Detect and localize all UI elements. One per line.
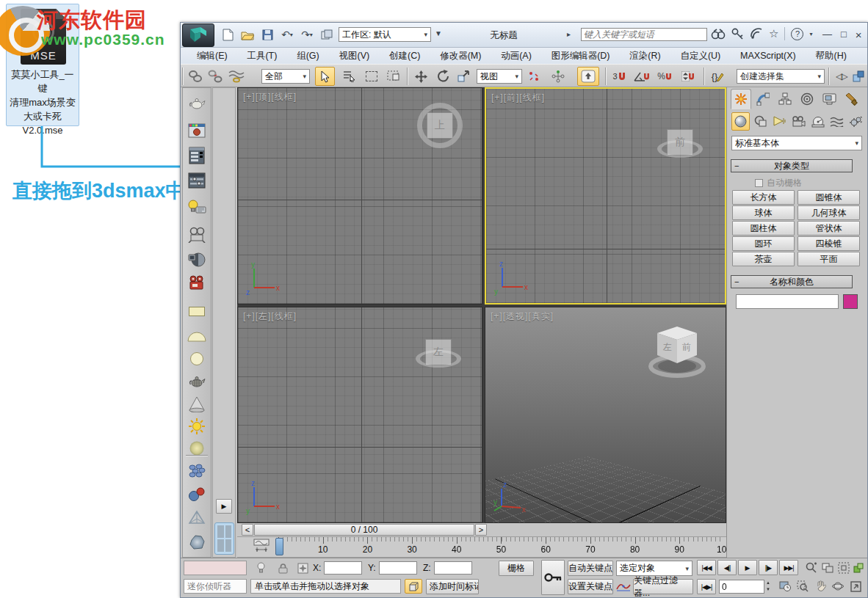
object-type-rollout[interactable]: − 对象类型 xyxy=(731,159,853,172)
open-file-icon[interactable] xyxy=(239,26,256,43)
next-frame-playback-button[interactable]: ||▶ xyxy=(759,560,778,575)
selection-filter-dropdown[interactable]: 全部▾ xyxy=(261,69,310,84)
subcategory-helpers[interactable] xyxy=(809,112,827,131)
go-to-end-button[interactable]: ▶▶| xyxy=(779,560,798,575)
pan-hand-icon[interactable] xyxy=(812,579,828,594)
primitive-geosphere-button[interactable]: 几何球体 xyxy=(798,205,860,220)
previous-frame-playback-button[interactable]: ◀|| xyxy=(717,560,737,575)
rock-icon[interactable] xyxy=(187,532,207,553)
maximize-viewport-toggle-icon[interactable] xyxy=(847,579,864,594)
named-selection-set-dropdown[interactable]: 创建选择集▾ xyxy=(737,69,825,84)
play-button[interactable]: ▶ xyxy=(738,560,757,575)
current-frame-field[interactable] xyxy=(719,580,764,594)
layout-2x2-tab[interactable] xyxy=(214,522,234,555)
workspace-dropdown[interactable]: 工作区: 默认 ▾ xyxy=(339,27,431,42)
film-camera-icon[interactable] xyxy=(187,225,207,245)
menu-group[interactable]: 组(G) xyxy=(297,50,319,62)
render-setup-icon[interactable] xyxy=(187,145,207,166)
menu-maxscript[interactable]: MAXScript(X) xyxy=(740,51,796,61)
object-name-field[interactable] xyxy=(736,294,839,309)
search-binoculars-icon[interactable] xyxy=(711,29,726,40)
menu-help[interactable]: 帮助(H) xyxy=(816,50,847,62)
favorites-star-icon[interactable]: ☆ xyxy=(769,27,778,40)
x-coordinate-field[interactable] xyxy=(324,561,362,575)
plane-light-icon[interactable] xyxy=(187,301,207,321)
percent-snap-icon[interactable]: % xyxy=(655,67,675,86)
subscription-key-icon[interactable] xyxy=(731,28,744,40)
object-color-swatch[interactable] xyxy=(843,294,858,309)
autogrid-checkbox[interactable] xyxy=(755,179,763,187)
menu-create[interactable]: 创建(C) xyxy=(389,50,420,62)
zoom-extents-all-icon[interactable] xyxy=(850,561,867,575)
key-filters-button[interactable]: 关键点过滤器... xyxy=(633,579,693,594)
viewcube-front[interactable]: 前 xyxy=(657,120,703,165)
select-and-rotate-icon[interactable] xyxy=(433,67,453,86)
viewport-front[interactable]: [+][前][线框] 前 z x y xyxy=(485,87,726,305)
macro-recorder-field[interactable] xyxy=(184,561,247,575)
minimize-button[interactable]: — xyxy=(822,29,832,41)
close-button[interactable]: × xyxy=(856,29,862,41)
tab-display[interactable] xyxy=(819,89,839,109)
key-mode-toggle[interactable]: |◀▶| xyxy=(697,579,716,594)
undo-icon[interactable]: ↶▾ xyxy=(278,26,296,43)
zoom-all-icon[interactable] xyxy=(820,561,836,575)
absolute-mode-icon[interactable] xyxy=(294,561,311,575)
tab-utilities[interactable] xyxy=(841,89,861,109)
new-scene-icon[interactable] xyxy=(219,26,236,43)
rectangular-selection-region-icon[interactable] xyxy=(361,67,381,86)
z-coordinate-field[interactable] xyxy=(434,561,472,575)
prompt-bulb-icon[interactable] xyxy=(253,561,269,575)
time-slider-handle[interactable] xyxy=(275,538,283,555)
primitive-plane-button[interactable]: 平面 xyxy=(798,252,860,266)
menu-customize[interactable]: 自定义(U) xyxy=(680,50,720,62)
sphere-light-icon[interactable] xyxy=(187,349,207,369)
project-folder-icon[interactable] xyxy=(318,26,336,43)
select-and-link-icon[interactable] xyxy=(185,67,205,86)
mini-listener-field[interactable]: 迷你侦听器 xyxy=(184,579,247,594)
set-key-button[interactable]: 设置关键点 xyxy=(568,579,613,594)
subcategory-lights[interactable] xyxy=(770,112,789,131)
zoom-icon[interactable] xyxy=(803,561,820,575)
light-lister-icon[interactable] xyxy=(187,197,207,217)
selection-lock-icon[interactable] xyxy=(275,561,291,575)
mirror-icon[interactable]: ◁▷ xyxy=(831,67,851,86)
render-frame-icon[interactable] xyxy=(187,120,207,141)
workspace-menu-caret[interactable]: ▼ xyxy=(435,29,442,37)
select-and-manipulate-icon[interactable] xyxy=(548,67,568,86)
undo-caret[interactable]: ▾ xyxy=(290,32,293,38)
subcategory-cameras[interactable] xyxy=(789,112,808,131)
layout-flyout-button[interactable]: ▶ xyxy=(216,499,232,514)
edit-named-selection-sets-icon[interactable]: {} xyxy=(708,67,728,86)
viewport-left[interactable]: [+][左][线框] 左 z x y xyxy=(237,307,482,523)
viewport-front-label[interactable]: [+][前][线框] xyxy=(491,92,545,104)
keyboard-shortcut-override-button[interactable] xyxy=(577,67,599,86)
viewcube-top[interactable]: 上 xyxy=(417,103,463,148)
menu-edit[interactable]: 编辑(E) xyxy=(197,50,228,62)
tab-hierarchy[interactable] xyxy=(775,89,795,109)
save-icon[interactable] xyxy=(258,26,276,43)
help-icon[interactable]: ? xyxy=(791,28,803,40)
orbit-icon[interactable] xyxy=(830,579,846,594)
y-coordinate-field[interactable] xyxy=(379,561,417,575)
isolate-selection-toggle[interactable] xyxy=(405,579,422,594)
menu-tools[interactable]: 工具(T) xyxy=(247,50,277,62)
menu-views[interactable]: 视图(V) xyxy=(339,50,370,62)
molecule-icon[interactable] xyxy=(187,484,207,505)
help-caret-icon[interactable]: ▾ xyxy=(809,31,812,37)
viewport-perspective-label[interactable]: [+][透视][真实] xyxy=(491,310,554,323)
open-mini-curve-editor-icon[interactable] xyxy=(253,539,270,553)
camera-sphere-icon[interactable] xyxy=(187,249,207,270)
reference-coordinate-dropdown[interactable]: 视图▾ xyxy=(477,69,522,84)
select-object-button[interactable] xyxy=(315,67,335,86)
subcategory-geometry[interactable] xyxy=(731,112,750,131)
viewport-top[interactable]: [+][顶][线框] 上 y x z xyxy=(237,87,482,305)
viewport-left-label[interactable]: [+][左][线框] xyxy=(243,310,297,323)
set-keys-button[interactable] xyxy=(541,560,565,595)
autogrid-checkbox-row[interactable]: 自动栅格 xyxy=(755,177,802,189)
exposure-control-icon[interactable] xyxy=(187,170,207,191)
viewcube-left[interactable]: 左 xyxy=(416,329,461,375)
sun-icon[interactable] xyxy=(187,416,207,437)
toolbar-overflow-icon[interactable]: ▸ xyxy=(567,30,571,38)
go-to-start-button[interactable]: |◀◀ xyxy=(697,560,716,575)
primitive-cone-button[interactable]: 圆锥体 xyxy=(798,190,860,205)
